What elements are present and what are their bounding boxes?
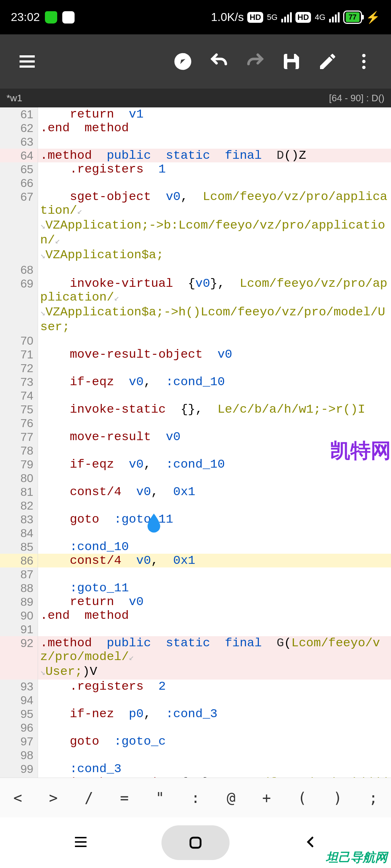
symbol-key[interactable]: ) (320, 790, 356, 806)
code-line[interactable]: 96 (0, 721, 391, 735)
code-content[interactable]: if-eqz v0, :cond_10 (38, 375, 391, 389)
symbol-key[interactable]: < (0, 790, 35, 806)
code-content[interactable]: return v1 (38, 107, 391, 121)
back-button[interactable] (302, 833, 319, 852)
code-content[interactable] (38, 389, 391, 403)
code-content[interactable]: invoke-static {}, Le/c/b/a/h/w1;->r()I (38, 403, 391, 416)
code-line[interactable]: 97 goto :goto_c (0, 735, 391, 748)
code-content[interactable]: move-result-object v0 (38, 348, 391, 361)
code-content[interactable] (38, 416, 391, 430)
code-line[interactable]: 68 (0, 263, 391, 277)
compass-button[interactable] (167, 45, 199, 78)
symbol-key[interactable]: ; (356, 790, 391, 806)
code-content[interactable] (38, 567, 391, 581)
symbol-key[interactable]: / (71, 790, 106, 806)
code-line[interactable]: 89 return v0 (0, 595, 391, 609)
code-content[interactable] (38, 693, 391, 707)
menu-button[interactable] (11, 45, 43, 78)
save-button[interactable] (275, 45, 308, 78)
code-content[interactable]: if-nez p0, :cond_3 (38, 707, 391, 721)
code-content[interactable]: goto :goto_11 (38, 512, 391, 526)
symbol-key[interactable]: @ (213, 790, 249, 806)
code-line[interactable]: 70 (0, 334, 391, 348)
code-line[interactable]: 85 :cond_10 (0, 540, 391, 554)
code-content[interactable]: .registers 2 (38, 680, 391, 693)
code-content[interactable] (38, 361, 391, 375)
code-content[interactable] (38, 499, 391, 512)
code-line[interactable]: 100 invoke-static {p0}, Lcom/feeyo/andro… (0, 776, 391, 778)
code-line[interactable]: 93 .registers 2 (0, 680, 391, 693)
line-number: 94 (0, 693, 38, 707)
code-line[interactable]: 76 (0, 416, 391, 430)
edit-button[interactable] (311, 45, 344, 78)
code-line[interactable]: 73 if-eqz v0, :cond_10 (0, 375, 391, 389)
code-content[interactable]: .end method (38, 609, 391, 622)
code-line[interactable]: 61 return v1 (0, 107, 391, 121)
code-content[interactable]: .end method (38, 121, 391, 135)
code-content[interactable] (38, 334, 391, 348)
code-content[interactable] (38, 526, 391, 540)
code-line[interactable]: 63 (0, 135, 391, 149)
line-number: 68 (0, 263, 38, 277)
code-content[interactable] (38, 135, 391, 149)
symbol-key[interactable]: > (35, 790, 71, 806)
code-line[interactable]: 87 (0, 567, 391, 581)
symbol-key[interactable]: : (178, 790, 213, 806)
code-line[interactable]: 88 :goto_11 (0, 581, 391, 595)
code-content[interactable]: invoke-static {p0}, Lcom/feeyo/android/d… (38, 776, 391, 778)
code-line[interactable]: 67 sget-object v0, Lcom/feeyo/vz/pro/app… (0, 190, 391, 263)
code-line[interactable]: 69 invoke-virtual {v0}, Lcom/feeyo/vz/pr… (0, 277, 391, 334)
code-content[interactable]: invoke-virtual {v0}, Lcom/feeyo/vz/pro/a… (38, 277, 391, 334)
recent-apps-button[interactable] (72, 833, 89, 852)
code-line[interactable]: 64.method public static final D()Z (0, 149, 391, 162)
more-button[interactable] (348, 45, 380, 78)
code-line[interactable]: 74 (0, 389, 391, 403)
code-content[interactable]: :cond_3 (38, 762, 391, 776)
code-line[interactable]: 75 invoke-static {}, Le/c/b/a/h/w1;->r()… (0, 403, 391, 416)
code-content[interactable] (38, 471, 391, 485)
code-content[interactable] (38, 721, 391, 735)
code-editor[interactable]: 凯特网 61 return v162.end method63 64.metho… (0, 107, 391, 778)
code-line[interactable]: 95 if-nez p0, :cond_3 (0, 707, 391, 721)
code-line[interactable]: 92.method public static final G(Lcom/fee… (0, 636, 391, 680)
code-line[interactable]: 91 (0, 622, 391, 636)
cursor-handle-icon[interactable] (143, 512, 165, 535)
code-content[interactable]: goto :goto_c (38, 735, 391, 748)
code-line[interactable]: 81 const/4 v0, 0x1 (0, 485, 391, 499)
code-content[interactable]: sget-object v0, Lcom/feeyo/vz/pro/applic… (38, 190, 391, 263)
code-line[interactable]: 83 goto :goto_11 (0, 512, 391, 526)
code-content[interactable]: :goto_11 (38, 581, 391, 595)
code-content[interactable] (38, 176, 391, 190)
tab-filename[interactable]: *w1 (7, 93, 22, 104)
symbol-key[interactable]: ( (285, 790, 320, 806)
home-button[interactable] (161, 825, 230, 860)
code-content[interactable]: .registers 1 (38, 162, 391, 176)
code-line[interactable]: 71 move-result-object v0 (0, 348, 391, 361)
code-content[interactable]: :cond_10 (38, 540, 391, 554)
code-line[interactable]: 98 (0, 748, 391, 762)
symbol-key[interactable]: = (107, 790, 142, 806)
code-content[interactable]: const/4 v0, 0x1 (38, 554, 391, 567)
code-line[interactable]: 82 (0, 499, 391, 512)
code-content[interactable]: return v0 (38, 595, 391, 609)
code-line[interactable]: 66 (0, 176, 391, 190)
code-line[interactable]: 80 (0, 471, 391, 485)
code-content[interactable] (38, 748, 391, 762)
code-line[interactable]: 84 (0, 526, 391, 540)
code-content[interactable]: .method public static final G(Lcom/feeyo… (38, 636, 391, 680)
code-line[interactable]: 94 (0, 693, 391, 707)
redo-button[interactable] (239, 45, 272, 78)
code-line[interactable]: 62.end method (0, 121, 391, 135)
undo-button[interactable] (203, 45, 235, 78)
code-line[interactable]: 90.end method (0, 609, 391, 622)
code-content[interactable]: const/4 v0, 0x1 (38, 485, 391, 499)
code-content[interactable]: .method public static final D()Z (38, 149, 391, 162)
code-line[interactable]: 72 (0, 361, 391, 375)
symbol-key[interactable]: " (142, 790, 178, 806)
code-content[interactable] (38, 263, 391, 277)
code-line[interactable]: 86 const/4 v0, 0x1 (0, 554, 391, 567)
code-line[interactable]: 99 :cond_3 (0, 762, 391, 776)
code-line[interactable]: 65 .registers 1 (0, 162, 391, 176)
code-content[interactable] (38, 622, 391, 636)
symbol-key[interactable]: + (249, 790, 284, 806)
